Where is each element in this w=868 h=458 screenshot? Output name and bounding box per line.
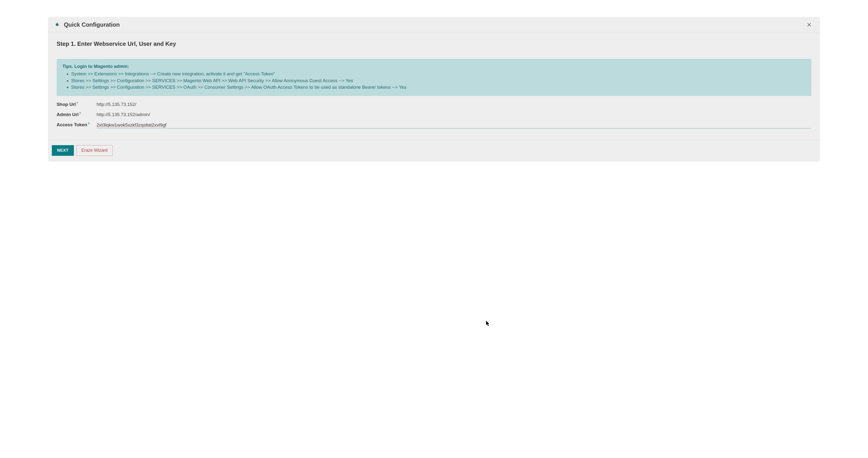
step-heading: Step 1. Enter Webservice Url, User and K…	[57, 40, 812, 47]
label-text: Admin Url	[57, 112, 79, 117]
help-icon[interactable]: ?	[76, 101, 78, 105]
quick-configuration-dialog: Quick Configuration Step 1. Enter Webser…	[48, 17, 820, 162]
tips-item: System >> Extensions >> Integrations -->…	[71, 70, 806, 77]
tips-list: System >> Extensions >> Integrations -->…	[62, 70, 806, 91]
page-frame: Quick Configuration Step 1. Enter Webser…	[10, 15, 858, 176]
access-token-input-wrap	[97, 122, 812, 128]
close-icon	[806, 22, 812, 27]
next-button[interactable]: NEXT	[52, 145, 74, 156]
mouse-cursor-icon	[486, 321, 490, 326]
access-token-label: Access Token?	[57, 122, 97, 127]
shop-url-value: http://5.135.73.152/	[97, 102, 136, 107]
label-text: Access Token	[57, 122, 87, 127]
admin-url-row: Admin Url? http://5.135.73.152/admin/	[57, 112, 812, 117]
shop-url-row: Shop Url? http://5.135.73.152/	[57, 101, 812, 107]
bug-icon	[55, 22, 60, 27]
help-icon[interactable]: ?	[88, 122, 90, 125]
help-icon[interactable]: ?	[79, 112, 81, 115]
tips-box: Tips. Login to Magento admin: System >> …	[57, 59, 812, 96]
tips-item: Stores >> Settings >> Configuration >> S…	[71, 77, 806, 84]
dialog-title: Quick Configuration	[64, 21, 805, 28]
eraze-wizard-button[interactable]: Eraze Wizard	[76, 145, 113, 156]
tips-item: Stores >> Settings >> Configuration >> S…	[71, 84, 806, 91]
dialog-footer: NEXT Eraze Wizard	[48, 140, 820, 162]
admin-url-label: Admin Url?	[57, 112, 97, 117]
tips-title: Tips. Login to Magento admin:	[62, 64, 806, 69]
dialog-body: Step 1. Enter Webservice Url, User and K…	[48, 32, 820, 140]
admin-url-value: http://5.135.73.152/admin/	[97, 112, 150, 117]
label-text: Shop Url	[57, 102, 76, 107]
dialog-header: Quick Configuration	[48, 17, 820, 32]
access-token-row: Access Token?	[57, 122, 812, 128]
shop-url-label: Shop Url?	[57, 101, 97, 107]
form-rows: Shop Url? http://5.135.73.152/ Admin Url…	[57, 101, 812, 128]
close-button[interactable]	[805, 22, 813, 28]
access-token-input[interactable]	[97, 122, 812, 128]
